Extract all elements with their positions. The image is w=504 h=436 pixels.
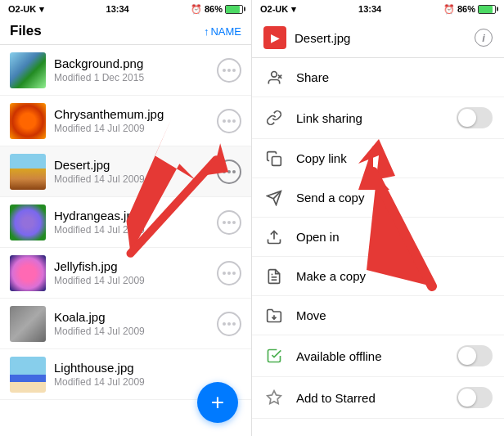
menu-label: Share <box>296 70 493 84</box>
battery-fill-right <box>479 6 493 13</box>
menu-label: Open in <box>296 230 493 244</box>
dot <box>223 69 226 72</box>
link-sharing-toggle[interactable] <box>457 107 493 128</box>
carrier-left: O2-UK <box>8 4 36 14</box>
battery-left <box>225 5 243 14</box>
dot <box>223 322 226 326</box>
starred-toggle[interactable] <box>457 387 493 408</box>
file-list: Background.png Modified 1 Dec 2015 Chrys… <box>0 45 251 436</box>
file-thumbnail <box>10 255 46 291</box>
menu-file-name: Desert.jpg <box>295 31 475 45</box>
more-dots-icon <box>223 119 236 123</box>
dot <box>232 272 236 275</box>
menu-label: Make a copy <box>296 269 493 283</box>
dot <box>223 272 226 275</box>
wifi-icon: ▾ <box>39 4 44 15</box>
info-button[interactable]: i <box>475 29 493 47</box>
menu-label: Send a copy <box>296 191 493 205</box>
file-info: Chrysanthemum.jpg Modified 14 Jul 2009 <box>54 107 217 134</box>
status-right-left: ⏰ 86% <box>191 4 243 15</box>
menu-list: Share Link sharing Copy l <box>252 58 504 436</box>
battery-fill-left <box>226 6 240 13</box>
menu-item-open-in[interactable]: Open in <box>252 218 504 257</box>
battery-right <box>478 5 496 14</box>
file-thumbnail <box>10 52 46 88</box>
menu-label: Copy link <box>296 151 493 165</box>
menu-item-send-copy[interactable]: Send a copy <box>252 178 504 218</box>
time-right: 13:34 <box>358 4 381 14</box>
list-item[interactable]: Background.png Modified 1 Dec 2015 <box>0 45 251 96</box>
dot <box>227 272 231 275</box>
dot <box>232 221 236 224</box>
menu-item-link-sharing[interactable]: Link sharing <box>252 97 504 139</box>
svg-marker-11 <box>268 391 281 404</box>
file-name: Koala.jpg <box>54 310 217 324</box>
battery-pct-left: 86% <box>205 4 223 14</box>
dot <box>227 322 231 326</box>
status-left: O2-UK ▾ <box>8 4 44 15</box>
more-button[interactable] <box>217 210 241 235</box>
alarm-icon-right: ⏰ <box>443 4 455 15</box>
status-right-right: ⏰ 86% <box>443 4 496 15</box>
file-thumbnail <box>10 306 46 342</box>
dot <box>227 119 231 123</box>
more-button[interactable] <box>217 58 241 83</box>
toggle-thumb <box>458 389 476 407</box>
file-name: Jellyfish.jpg <box>54 259 217 273</box>
svg-rect-6 <box>272 156 281 165</box>
list-item[interactable]: Hydrangeas.jpg Modified 14 Jul 2009 <box>0 197 251 248</box>
status-bar-left: O2-UK ▾ 13:34 ⏰ 86% <box>0 0 251 18</box>
status-left-right: O2-UK ▾ <box>260 4 296 15</box>
menu-label: Add to Starred <box>296 391 457 405</box>
menu-label: Link sharing <box>296 111 457 125</box>
dot <box>227 221 231 224</box>
status-bar-right: O2-UK ▾ 13:34 ⏰ 86% <box>252 0 504 18</box>
menu-item-make-copy[interactable]: Make a copy <box>252 257 504 296</box>
more-button-active[interactable] <box>217 160 241 184</box>
offline-toggle[interactable] <box>457 345 493 366</box>
menu-item-copy-link[interactable]: Copy link <box>252 139 504 178</box>
nav-bar-left: Files ↑ NAME <box>0 18 251 45</box>
file-name: Hydrangeas.jpg <box>54 209 217 222</box>
list-item[interactable]: Koala.jpg Modified 14 Jul 2009 <box>0 299 251 349</box>
svg-point-3 <box>272 71 277 77</box>
more-button[interactable] <box>217 109 241 133</box>
menu-item-move[interactable]: Move <box>252 296 504 335</box>
more-dots-icon <box>223 170 236 173</box>
alarm-icon: ⏰ <box>191 4 202 15</box>
dot <box>223 170 226 173</box>
more-dots-icon <box>223 272 236 275</box>
dot <box>227 170 231 173</box>
open-in-icon <box>263 229 285 245</box>
dot <box>232 170 236 173</box>
file-date: Modified 14 Jul 2009 <box>54 224 217 236</box>
dot <box>232 69 236 72</box>
nav-title: Files <box>10 23 42 39</box>
file-name: Chrysanthemum.jpg <box>54 107 217 121</box>
menu-item-share[interactable]: Share <box>252 58 504 97</box>
add-button[interactable]: + <box>197 382 238 423</box>
sort-label: NAME <box>210 25 241 38</box>
sort-arrow-up: ↑ <box>204 25 209 38</box>
file-thumbnail <box>10 103 46 139</box>
list-item[interactable]: Desert.jpg Modified 14 Jul 2009 <box>0 146 251 197</box>
file-date: Modified 14 Jul 2009 <box>54 123 217 134</box>
left-panel: O2-UK ▾ 13:34 ⏰ 86% Files ↑ NAME Backgro… <box>0 0 252 436</box>
list-item[interactable]: Jellyfish.jpg Modified 14 Jul 2009 <box>0 248 251 299</box>
wifi-icon-right: ▾ <box>291 4 296 15</box>
menu-item-add-starred[interactable]: Add to Starred <box>252 377 504 419</box>
dot <box>227 69 231 72</box>
file-info: Desert.jpg Modified 14 Jul 2009 <box>54 158 217 185</box>
more-button[interactable] <box>217 312 241 336</box>
sort-button[interactable]: ↑ NAME <box>204 25 241 38</box>
toggle-thumb <box>458 347 476 365</box>
dot <box>232 119 236 123</box>
list-item[interactable]: Chrysanthemum.jpg Modified 14 Jul 2009 <box>0 96 251 146</box>
more-dots-icon <box>223 221 236 224</box>
dot <box>232 322 236 326</box>
star-icon <box>263 389 285 406</box>
more-button[interactable] <box>217 261 241 285</box>
more-dots-icon <box>223 322 236 326</box>
file-type-icon: ▶ <box>263 26 286 49</box>
menu-item-available-offline[interactable]: Available offline <box>252 335 504 377</box>
